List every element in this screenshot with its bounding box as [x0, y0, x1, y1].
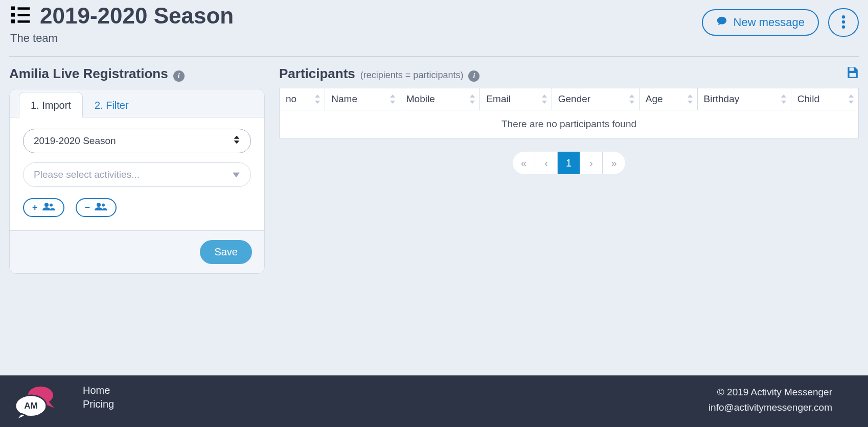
svg-point-13	[50, 204, 53, 207]
svg-rect-3	[18, 14, 30, 16]
svg-marker-18	[315, 94, 320, 98]
svg-rect-4	[11, 19, 15, 23]
group-icon	[94, 202, 107, 213]
sort-icon	[848, 94, 854, 104]
sort-icon	[469, 94, 475, 104]
footer-email[interactable]: info@activitymessenger.com	[709, 400, 832, 415]
col-mobile[interactable]: Mobile	[400, 88, 480, 110]
svg-point-8	[842, 25, 846, 29]
new-message-label: New message	[734, 16, 805, 29]
col-email[interactable]: Email	[480, 88, 552, 110]
svg-rect-17	[850, 73, 856, 77]
pager-prev[interactable]: ‹	[535, 152, 558, 174]
plus-icon: +	[32, 202, 38, 213]
col-name[interactable]: Name	[325, 88, 400, 110]
sort-icon	[781, 94, 787, 104]
svg-marker-31	[781, 101, 786, 104]
page-title: 2019-2020 Season	[40, 3, 234, 29]
save-disk-button[interactable]	[846, 66, 859, 82]
svg-rect-2	[11, 13, 15, 16]
col-gender[interactable]: Gender	[552, 88, 639, 110]
svg-marker-21	[390, 101, 395, 104]
tab-filter[interactable]: 2. Filter	[83, 92, 141, 117]
svg-marker-27	[629, 101, 634, 104]
right-section-title: Participants	[279, 66, 355, 82]
kebab-icon	[841, 15, 846, 30]
svg-marker-32	[849, 94, 854, 98]
season-select[interactable]: 2019-2020 Season	[23, 129, 251, 153]
more-actions-button[interactable]	[828, 8, 859, 37]
svg-point-7	[842, 20, 846, 23]
logo: AM	[10, 385, 59, 424]
left-section-title: Amilia Live Registrations	[9, 66, 168, 82]
minus-icon: −	[85, 202, 90, 213]
save-button[interactable]: Save	[200, 240, 252, 264]
svg-rect-5	[18, 20, 30, 23]
svg-point-15	[102, 204, 105, 207]
col-child[interactable]: Child	[791, 88, 858, 110]
page-subtitle: The team	[10, 32, 234, 45]
pager-next[interactable]: ›	[580, 152, 603, 174]
svg-point-12	[44, 203, 49, 207]
footer-link-home[interactable]: Home	[83, 385, 114, 396]
speech-bubble-icon	[716, 15, 727, 30]
sort-icon	[629, 94, 635, 104]
activities-select[interactable]: Please select activities...	[23, 162, 251, 187]
svg-marker-29	[688, 101, 693, 104]
svg-marker-30	[781, 94, 786, 98]
sort-icon	[390, 94, 396, 104]
svg-point-6	[842, 15, 846, 19]
group-icon	[42, 202, 55, 213]
sort-icon	[687, 94, 693, 104]
footer-link-pricing[interactable]: Pricing	[83, 398, 114, 410]
svg-marker-28	[688, 94, 693, 98]
sort-icon	[541, 94, 547, 104]
new-message-button[interactable]: New message	[702, 9, 819, 36]
pager-last[interactable]: »	[603, 152, 625, 174]
svg-marker-25	[542, 101, 547, 104]
svg-rect-0	[11, 6, 15, 10]
svg-marker-23	[470, 101, 475, 104]
divider	[9, 56, 859, 57]
svg-marker-19	[315, 101, 320, 104]
col-age[interactable]: Age	[639, 88, 697, 110]
col-birthday[interactable]: Birthday	[697, 88, 791, 110]
svg-marker-26	[629, 94, 634, 98]
add-group-button[interactable]: +	[23, 198, 64, 217]
svg-text:AM: AM	[24, 401, 38, 411]
pager: « ‹ 1 › »	[513, 152, 625, 174]
svg-marker-24	[542, 94, 547, 98]
sort-icon	[314, 94, 321, 104]
pager-page-1[interactable]: 1	[558, 152, 580, 174]
list-icon	[9, 4, 32, 29]
col-no[interactable]: no	[280, 88, 325, 110]
info-icon[interactable]: i	[468, 70, 479, 82]
empty-state: There are no participants found	[280, 110, 859, 138]
svg-marker-20	[390, 94, 395, 98]
svg-marker-33	[849, 101, 854, 104]
remove-group-button[interactable]: −	[76, 198, 117, 217]
right-section-hint: (recipients = participants)	[360, 70, 464, 81]
svg-rect-16	[850, 67, 854, 71]
participants-table: no Name Mobile Email Gender Age Birthday…	[279, 88, 859, 138]
svg-point-14	[97, 203, 101, 207]
svg-marker-22	[470, 94, 475, 98]
svg-rect-1	[18, 7, 30, 10]
pager-first[interactable]: «	[513, 152, 535, 174]
tab-import[interactable]: 1. Import	[19, 92, 83, 117]
footer-copyright: © 2019 Activity Messenger	[709, 385, 832, 400]
info-icon[interactable]: i	[173, 70, 185, 82]
